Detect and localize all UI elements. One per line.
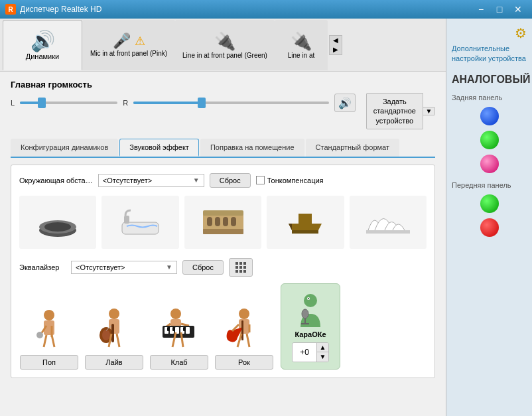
eq-preset-club-button[interactable]: Клаб bbox=[150, 355, 208, 370]
device-tab-line-front[interactable]: 🔌 Line in at front panel (Green) bbox=[175, 20, 275, 70]
eq-preset-live-icon[interactable] bbox=[84, 306, 144, 352]
svg-rect-18 bbox=[243, 262, 246, 265]
svg-rect-9 bbox=[223, 217, 228, 226]
svg-rect-11 bbox=[203, 210, 243, 216]
svg-marker-14 bbox=[289, 224, 292, 230]
env-icon-box[interactable] bbox=[267, 196, 344, 249]
svg-point-28 bbox=[36, 332, 43, 338]
environment-row: Окружающая обста… <Отсутствует> ▼ Сброс … bbox=[19, 173, 427, 188]
svg-point-32 bbox=[109, 309, 119, 319]
device-tab-speakers[interactable]: 🔊 Динамики bbox=[3, 20, 82, 70]
set-default-label: Задать стандартное устройство bbox=[366, 93, 423, 129]
eq-preset-rock-button[interactable]: Рок bbox=[215, 355, 273, 370]
set-default-arrow[interactable]: ▼ bbox=[423, 107, 435, 115]
volume-row: L R 🔊 bbox=[11, 94, 356, 112]
device-tab-line-front-label: Line in at front panel (Green) bbox=[182, 52, 267, 59]
svg-rect-17 bbox=[239, 262, 242, 265]
close-button[interactable]: ✕ bbox=[509, 3, 527, 16]
env-icon-bath[interactable] bbox=[101, 196, 178, 249]
environment-reset-button[interactable]: Сброс bbox=[210, 173, 251, 188]
eq-preset-club: Клаб bbox=[149, 306, 209, 370]
device-tab-mic-front[interactable]: 🎤 ⚠ Mic in at front panel (Pink) bbox=[82, 20, 175, 70]
tab-sound-effect[interactable]: Звуковой эффект bbox=[119, 139, 199, 157]
svg-point-62 bbox=[304, 294, 317, 307]
eq-preset-live-button[interactable]: Лайв bbox=[85, 355, 143, 370]
eq-presets-row: Поп bbox=[19, 283, 427, 370]
svg-rect-21 bbox=[243, 266, 246, 269]
equalizer-row: Эквалайзер <Отсутствует> ▼ Сброс bbox=[19, 258, 427, 277]
jack-green-front bbox=[452, 192, 527, 216]
equalizer-grid-button[interactable] bbox=[229, 258, 253, 277]
volume-slider-2[interactable] bbox=[133, 102, 328, 104]
device-tab-speakers-label: Динамики bbox=[26, 52, 59, 60]
function-tabs: Конфигурация динамиков Звуковой эффект П… bbox=[11, 139, 435, 158]
svg-rect-22 bbox=[235, 270, 238, 273]
tonecomp-checkbox[interactable] bbox=[256, 176, 265, 184]
env-icon-opera[interactable] bbox=[350, 196, 427, 249]
tab-config[interactable]: Конфигурация динамиков bbox=[11, 139, 118, 157]
svg-point-63 bbox=[302, 309, 308, 318]
karaoke-down-button[interactable]: ▼ bbox=[316, 352, 328, 362]
svg-rect-49 bbox=[186, 327, 190, 334]
equalizer-select[interactable]: <Отсутствует> ▼ bbox=[71, 261, 177, 274]
tonecomp-label: Тонкомпенсация bbox=[267, 176, 324, 184]
volume-speaker-button[interactable]: 🔊 bbox=[334, 94, 356, 112]
settings-icon: ⚙ bbox=[515, 25, 527, 41]
environment-label: Окружающая обста… bbox=[19, 176, 93, 184]
karaoke-label: КараОКе bbox=[295, 330, 326, 338]
svg-rect-19 bbox=[235, 266, 238, 269]
svg-rect-3 bbox=[122, 222, 159, 234]
tonecomp-check: Тонкомпенсация bbox=[256, 176, 324, 184]
eq-preset-rock: Рок bbox=[214, 306, 274, 370]
window-controls: − □ ✕ bbox=[472, 3, 527, 16]
sound-effect-panel: Окружающая обста… <Отсутствует> ▼ Сброс … bbox=[11, 165, 435, 378]
maximize-button[interactable]: □ bbox=[491, 3, 508, 16]
svg-marker-12 bbox=[289, 214, 322, 230]
set-default-button[interactable]: Задать стандартное устройство ▼ bbox=[366, 93, 435, 129]
tab-scroll-right[interactable]: ▶ bbox=[330, 45, 342, 54]
tab-scroll-left[interactable]: ◀ bbox=[330, 36, 342, 45]
env-icon-stone[interactable] bbox=[19, 196, 96, 249]
content-area: Главная громкость L R 🔊 bbox=[0, 72, 446, 416]
volume-slider[interactable] bbox=[20, 102, 117, 104]
volume-label: Главная громкость bbox=[11, 80, 356, 90]
jack-pink bbox=[452, 152, 527, 176]
svg-line-61 bbox=[247, 334, 249, 347]
device-tab-line-rear[interactable]: 🔌 Line in at bbox=[275, 20, 328, 70]
svg-rect-10 bbox=[231, 217, 236, 226]
eq-preset-rock-icon[interactable] bbox=[214, 306, 274, 352]
environment-select-arrow: ▼ bbox=[193, 176, 200, 184]
env-icon-colosseum[interactable] bbox=[184, 196, 261, 249]
tab-format[interactable]: Стандартный формат bbox=[306, 139, 399, 157]
svg-rect-7 bbox=[207, 217, 212, 226]
svg-rect-6 bbox=[203, 229, 243, 234]
jack-blue bbox=[452, 104, 527, 128]
svg-point-55 bbox=[239, 309, 249, 319]
device-settings-link[interactable]: Дополнительные настройки устройства bbox=[452, 44, 527, 64]
titlebar: R Диспетчер Realtek HD − □ ✕ bbox=[0, 0, 532, 19]
environment-select[interactable]: <Отсутствует> ▼ bbox=[98, 174, 204, 187]
svg-rect-52 bbox=[183, 327, 186, 331]
svg-point-25 bbox=[44, 310, 54, 320]
svg-point-67 bbox=[308, 298, 309, 299]
equalizer-reset-button[interactable]: Сброс bbox=[182, 260, 224, 275]
svg-point-40 bbox=[170, 309, 181, 319]
tab-room[interactable]: Поправка на помещение bbox=[200, 139, 304, 157]
jack-green-rear bbox=[452, 128, 527, 152]
svg-rect-16 bbox=[235, 262, 238, 265]
svg-rect-57 bbox=[241, 320, 243, 340]
left-panel: 🔊 Динамики 🎤 ⚠ Mic in at front panel (Pi… bbox=[0, 19, 446, 416]
eq-preset-club-icon[interactable] bbox=[149, 306, 209, 352]
titlebar-title: Диспетчер Realtek HD bbox=[20, 5, 472, 14]
minimize-button[interactable]: − bbox=[472, 3, 490, 16]
svg-rect-24 bbox=[243, 270, 246, 273]
tab-scroll: ◀ ▶ bbox=[329, 35, 342, 55]
svg-rect-50 bbox=[167, 327, 170, 331]
karaoke-up-button[interactable]: ▲ bbox=[316, 343, 328, 352]
eq-preset-pop-icon[interactable] bbox=[19, 306, 79, 352]
eq-preset-pop-button[interactable]: Поп bbox=[20, 355, 78, 370]
svg-line-31 bbox=[52, 335, 54, 347]
jack-red bbox=[452, 216, 527, 240]
main-container: 🔊 Динамики 🎤 ⚠ Mic in at front panel (Pi… bbox=[0, 19, 532, 416]
equalizer-label: Эквалайзер bbox=[19, 263, 66, 271]
